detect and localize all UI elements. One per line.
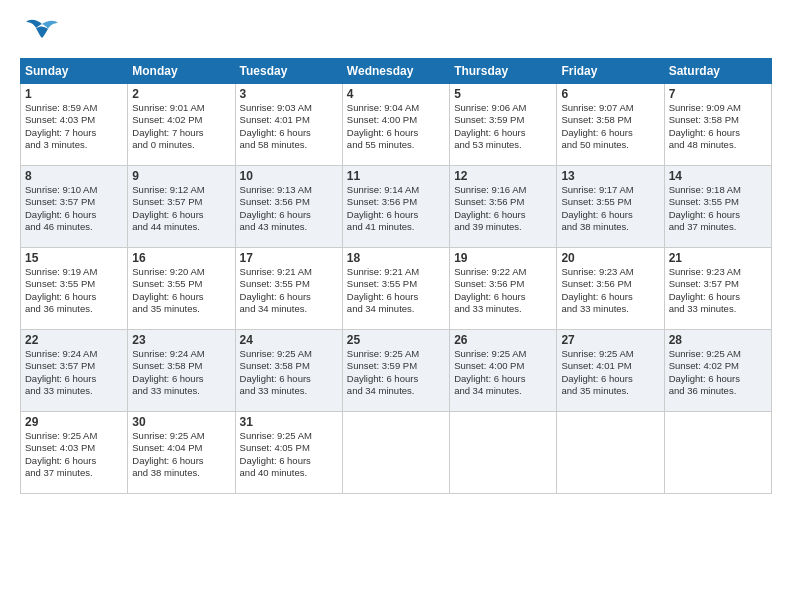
day-info: and 37 minutes.	[25, 467, 123, 479]
calendar-header-friday: Friday	[557, 59, 664, 84]
calendar-cell	[557, 412, 664, 494]
calendar-header-thursday: Thursday	[450, 59, 557, 84]
day-info: Daylight: 6 hours	[669, 291, 767, 303]
day-number: 21	[669, 251, 767, 265]
day-info: Sunrise: 9:07 AM	[561, 102, 659, 114]
calendar-cell: 16Sunrise: 9:20 AMSunset: 3:55 PMDayligh…	[128, 248, 235, 330]
day-info: Sunset: 4:03 PM	[25, 114, 123, 126]
day-number: 26	[454, 333, 552, 347]
day-number: 31	[240, 415, 338, 429]
day-info: and 33 minutes.	[561, 303, 659, 315]
day-info: Sunrise: 9:24 AM	[25, 348, 123, 360]
calendar-week-row-2: 8Sunrise: 9:10 AMSunset: 3:57 PMDaylight…	[21, 166, 772, 248]
day-info: and 44 minutes.	[132, 221, 230, 233]
calendar-cell	[664, 412, 771, 494]
day-info: Daylight: 6 hours	[454, 291, 552, 303]
day-info: and 33 minutes.	[669, 303, 767, 315]
calendar-week-row-3: 15Sunrise: 9:19 AMSunset: 3:55 PMDayligh…	[21, 248, 772, 330]
day-info: Sunrise: 9:04 AM	[347, 102, 445, 114]
day-info: and 35 minutes.	[561, 385, 659, 397]
day-info: and 38 minutes.	[132, 467, 230, 479]
day-number: 14	[669, 169, 767, 183]
day-number: 12	[454, 169, 552, 183]
day-info: Daylight: 6 hours	[669, 209, 767, 221]
day-info: Sunrise: 9:25 AM	[347, 348, 445, 360]
day-info: and 50 minutes.	[561, 139, 659, 151]
day-info: and 33 minutes.	[25, 385, 123, 397]
day-info: Daylight: 6 hours	[347, 291, 445, 303]
logo	[20, 16, 68, 48]
day-number: 20	[561, 251, 659, 265]
day-info: Sunrise: 9:25 AM	[669, 348, 767, 360]
day-info: Daylight: 6 hours	[132, 291, 230, 303]
day-info: Sunrise: 9:14 AM	[347, 184, 445, 196]
calendar-cell	[450, 412, 557, 494]
day-info: Daylight: 6 hours	[132, 455, 230, 467]
day-info: and 40 minutes.	[240, 467, 338, 479]
day-info: and 39 minutes.	[454, 221, 552, 233]
day-info: Sunset: 3:57 PM	[132, 196, 230, 208]
day-number: 5	[454, 87, 552, 101]
day-info: Sunrise: 9:25 AM	[561, 348, 659, 360]
day-info: Sunset: 4:03 PM	[25, 442, 123, 454]
day-info: Daylight: 6 hours	[25, 209, 123, 221]
day-info: Daylight: 6 hours	[25, 455, 123, 467]
day-number: 3	[240, 87, 338, 101]
day-number: 16	[132, 251, 230, 265]
day-info: Sunrise: 9:01 AM	[132, 102, 230, 114]
day-info: Daylight: 6 hours	[561, 127, 659, 139]
calendar-cell: 30Sunrise: 9:25 AMSunset: 4:04 PMDayligh…	[128, 412, 235, 494]
calendar-cell: 11Sunrise: 9:14 AMSunset: 3:56 PMDayligh…	[342, 166, 449, 248]
day-info: Daylight: 6 hours	[669, 127, 767, 139]
day-info: Sunset: 3:55 PM	[132, 278, 230, 290]
day-info: Sunrise: 9:17 AM	[561, 184, 659, 196]
day-info: Sunset: 4:00 PM	[347, 114, 445, 126]
day-info: Daylight: 6 hours	[240, 127, 338, 139]
day-info: and 37 minutes.	[669, 221, 767, 233]
day-info: Daylight: 7 hours	[25, 127, 123, 139]
day-info: Sunrise: 9:09 AM	[669, 102, 767, 114]
day-info: Sunrise: 9:24 AM	[132, 348, 230, 360]
calendar-cell: 4Sunrise: 9:04 AMSunset: 4:00 PMDaylight…	[342, 84, 449, 166]
calendar-cell: 7Sunrise: 9:09 AMSunset: 3:58 PMDaylight…	[664, 84, 771, 166]
calendar-cell: 28Sunrise: 9:25 AMSunset: 4:02 PMDayligh…	[664, 330, 771, 412]
day-info: Daylight: 6 hours	[347, 209, 445, 221]
calendar-cell: 31Sunrise: 9:25 AMSunset: 4:05 PMDayligh…	[235, 412, 342, 494]
day-info: and 48 minutes.	[669, 139, 767, 151]
day-info: and 36 minutes.	[669, 385, 767, 397]
calendar-header-wednesday: Wednesday	[342, 59, 449, 84]
day-info: Sunset: 3:58 PM	[561, 114, 659, 126]
calendar-cell: 23Sunrise: 9:24 AMSunset: 3:58 PMDayligh…	[128, 330, 235, 412]
calendar-cell: 17Sunrise: 9:21 AMSunset: 3:55 PMDayligh…	[235, 248, 342, 330]
header	[20, 16, 772, 48]
day-info: Sunset: 4:02 PM	[132, 114, 230, 126]
day-info: Sunset: 3:59 PM	[347, 360, 445, 372]
day-info: and 33 minutes.	[454, 303, 552, 315]
day-number: 30	[132, 415, 230, 429]
day-info: Daylight: 6 hours	[669, 373, 767, 385]
day-info: and 34 minutes.	[454, 385, 552, 397]
calendar-week-row-5: 29Sunrise: 9:25 AMSunset: 4:03 PMDayligh…	[21, 412, 772, 494]
calendar-cell: 15Sunrise: 9:19 AMSunset: 3:55 PMDayligh…	[21, 248, 128, 330]
day-info: Sunrise: 9:19 AM	[25, 266, 123, 278]
calendar-cell: 3Sunrise: 9:03 AMSunset: 4:01 PMDaylight…	[235, 84, 342, 166]
day-info: Sunset: 3:56 PM	[454, 196, 552, 208]
day-info: Daylight: 6 hours	[561, 209, 659, 221]
day-number: 28	[669, 333, 767, 347]
calendar-cell: 13Sunrise: 9:17 AMSunset: 3:55 PMDayligh…	[557, 166, 664, 248]
calendar-cell: 29Sunrise: 9:25 AMSunset: 4:03 PMDayligh…	[21, 412, 128, 494]
day-info: Daylight: 6 hours	[561, 291, 659, 303]
day-number: 10	[240, 169, 338, 183]
calendar-table: SundayMondayTuesdayWednesdayThursdayFrid…	[20, 58, 772, 494]
calendar-cell: 22Sunrise: 9:24 AMSunset: 3:57 PMDayligh…	[21, 330, 128, 412]
day-info: and 36 minutes.	[25, 303, 123, 315]
calendar-cell: 19Sunrise: 9:22 AMSunset: 3:56 PMDayligh…	[450, 248, 557, 330]
day-info: Sunrise: 9:16 AM	[454, 184, 552, 196]
day-info: and 34 minutes.	[240, 303, 338, 315]
day-info: Sunrise: 9:22 AM	[454, 266, 552, 278]
day-info: and 35 minutes.	[132, 303, 230, 315]
day-info: Daylight: 6 hours	[240, 373, 338, 385]
day-number: 29	[25, 415, 123, 429]
day-info: and 58 minutes.	[240, 139, 338, 151]
logo-bird-icon	[20, 16, 64, 48]
